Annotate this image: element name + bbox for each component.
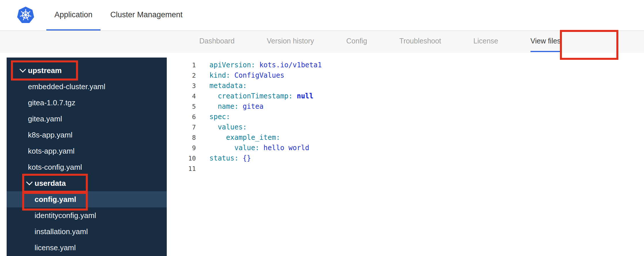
code-line-6: 6spec: (167, 112, 644, 122)
code-line-11: 11 (167, 163, 644, 174)
yaml-editor[interactable]: 1apiVersion: kots.io/v1beta12kind: Confi… (167, 58, 644, 256)
tree-label: kots-config.yaml (28, 163, 82, 172)
tree-label: k8s-app.yaml (28, 131, 73, 140)
tree-label: license.yaml (35, 243, 76, 252)
code-text: value: hello world (209, 144, 309, 152)
line-number: 2 (167, 70, 196, 81)
subnav-item-view-files[interactable]: View files (531, 31, 561, 52)
file-tree-sidebar: upstreamembedded-cluster.yamlgitea-1.0.7… (7, 58, 167, 256)
subnav-item-dashboard[interactable]: Dashboard (199, 31, 234, 52)
subnav-item-config[interactable]: Config (346, 31, 367, 52)
line-number: 6 (167, 112, 196, 122)
code-line-4: 4 creationTimestamp: null (167, 91, 644, 101)
tree-label: embedded-cluster.yaml (28, 82, 105, 91)
line-number: 7 (167, 122, 196, 133)
line-number: 9 (167, 143, 196, 153)
tree-label: kots-app.yaml (28, 147, 75, 156)
code-text: apiVersion: kots.io/v1beta1 (209, 61, 322, 69)
line-number: 11 (167, 164, 196, 174)
code-text: values: (209, 123, 247, 131)
code-text: example_item: (209, 133, 280, 142)
top-bar: ApplicationCluster Management (0, 0, 644, 31)
tree-file-identityconfig.yaml[interactable]: identityconfig.yaml (7, 207, 167, 223)
code-line-9: 9 value: hello world (167, 143, 644, 153)
line-number: 10 (167, 153, 196, 164)
code-text: name: gitea (209, 102, 264, 110)
code-line-7: 7 values: (167, 122, 644, 132)
tree-label: identityconfig.yaml (35, 211, 96, 220)
subnav-item-license[interactable]: License (473, 31, 498, 52)
code-text: metadata: (209, 82, 247, 90)
tree-file-config.yaml[interactable]: config.yaml (7, 191, 167, 207)
tree-file-embedded-cluster.yaml[interactable]: embedded-cluster.yaml (7, 79, 167, 95)
code-text: creationTimestamp: null (209, 92, 313, 100)
line-number: 4 (167, 91, 196, 102)
code-line-10: 10status: {} (167, 153, 644, 163)
tree-label: installation.yaml (35, 227, 88, 236)
kubernetes-logo (16, 6, 35, 24)
tree-label: gitea-1.0.7.tgz (28, 98, 75, 107)
code-text: spec: (209, 113, 230, 121)
code-text: kind: ConfigValues (209, 71, 284, 79)
line-number: 8 (167, 133, 196, 143)
code-line-8: 8 example_item: (167, 132, 644, 143)
code-line-5: 5 name: gitea (167, 101, 644, 112)
tab-cluster-management[interactable]: Cluster Management (102, 0, 191, 30)
tab-application[interactable]: Application (46, 0, 101, 30)
code-line-1: 1apiVersion: kots.io/v1beta1 (167, 60, 644, 70)
tree-folder-upstream[interactable]: upstream (7, 62, 167, 79)
tree-file-gitea-1.0.7.tgz[interactable]: gitea-1.0.7.tgz (7, 95, 167, 111)
tree-label: userdata (35, 179, 66, 188)
tree-file-installation.yaml[interactable]: installation.yaml (7, 223, 167, 240)
tree-label: config.yaml (35, 195, 76, 204)
code-line-2: 2kind: ConfigValues (167, 70, 644, 81)
app-subnav: DashboardVersion historyConfigTroublesho… (0, 31, 644, 52)
chevron-down-icon (20, 66, 26, 73)
tree-file-kots-config.yaml[interactable]: kots-config.yaml (7, 159, 167, 175)
tree-file-gitea.yaml[interactable]: gitea.yaml (7, 111, 167, 127)
primary-tabs: ApplicationCluster Management (46, 0, 191, 30)
tree-file-k8s-app.yaml[interactable]: k8s-app.yaml (7, 127, 167, 143)
tree-label: upstream (28, 66, 62, 75)
subnav-item-troubleshoot[interactable]: Troubleshoot (399, 31, 441, 52)
line-number: 3 (167, 81, 196, 91)
subnav-item-version-history[interactable]: Version history (267, 31, 314, 52)
tree-label: gitea.yaml (28, 114, 62, 123)
line-number: 1 (167, 60, 196, 70)
tree-file-license.yaml[interactable]: license.yaml (7, 240, 167, 256)
code-line-3: 3metadata: (167, 81, 644, 91)
tree-folder-userdata[interactable]: userdata (7, 175, 167, 191)
line-number: 5 (167, 102, 196, 112)
chevron-down-icon (26, 179, 33, 186)
tree-file-kots-app.yaml[interactable]: kots-app.yaml (7, 143, 167, 159)
code-text: status: {} (209, 154, 251, 162)
